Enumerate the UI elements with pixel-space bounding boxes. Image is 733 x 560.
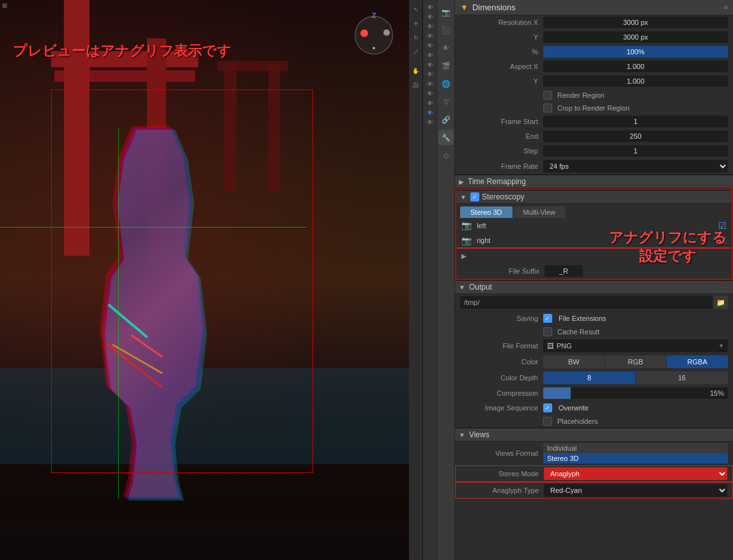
panel-menu-icon[interactable]: ≡ xyxy=(724,4,728,11)
stereo-label: Stereoscopy xyxy=(482,192,525,201)
aspect-y-value[interactable]: 1.000 xyxy=(543,75,728,87)
viewport-menu[interactable]: ⊞ xyxy=(2,2,7,9)
tool-camera[interactable]: 🎥 xyxy=(410,79,422,91)
overlay-btn-10[interactable]: 👁 xyxy=(427,90,433,97)
stereo-enabled-check[interactable]: ✓ xyxy=(470,192,479,201)
frame-end-value[interactable]: 250 xyxy=(543,130,728,142)
aspect-x-row: Aspect X 1.000 xyxy=(455,59,733,74)
output-path-row: /tmp/ 📁 xyxy=(455,294,733,311)
depth-8-btn[interactable]: 8 xyxy=(543,371,635,384)
properties-panel: 📷 ⬛ 👁 🎬 🌐 ▽ 🔗 🔧 ◇ ▼ Dimensions ≡ Resolut… xyxy=(437,0,733,560)
prop-icon-scene[interactable]: 🎬 xyxy=(438,58,454,74)
tool-cursor[interactable]: ↖ xyxy=(410,3,422,16)
overlay-btn-1[interactable]: 👁 xyxy=(427,4,433,11)
percent-label: % xyxy=(460,48,543,56)
torii-bg-left xyxy=(224,64,236,192)
property-icons: 📷 ⬛ 👁 🎬 🌐 ▽ 🔗 🔧 ◇ xyxy=(437,0,455,560)
color-rgb-btn[interactable]: RGB xyxy=(605,355,667,368)
prop-icon-output[interactable]: ⬛ xyxy=(438,22,454,38)
jp-preview-text: プレビューはアナグリフ表示です xyxy=(13,42,231,61)
overlay-btn-7[interactable]: 👁 xyxy=(427,61,433,68)
render-region-row: Render Region xyxy=(455,89,733,102)
resolution-y-row: Y 3000 px xyxy=(455,30,733,45)
overlay-btn-2[interactable]: 👁 xyxy=(427,13,433,20)
prop-icon-world[interactable]: 🌐 xyxy=(438,76,454,91)
time-remap-label: Time Remapping xyxy=(468,177,526,186)
viewport-gizmo[interactable]: Z ● xyxy=(355,16,393,54)
saving-options: ✓ File Extensions xyxy=(543,314,728,323)
file-suffix-input[interactable]: _R xyxy=(544,265,583,277)
render-region-check[interactable] xyxy=(543,91,552,100)
aspect-y-label: Y xyxy=(460,77,543,85)
tab-stereo3d[interactable]: Stereo 3D xyxy=(460,206,513,218)
views-section-header[interactable]: ▼ Views xyxy=(455,428,733,442)
overlay-btn-6[interactable]: 👁 xyxy=(427,52,433,59)
aspect-x-value[interactable]: 1.000 xyxy=(543,61,728,72)
overlay-btn-12[interactable]: 👁 xyxy=(427,119,433,126)
compression-bar[interactable]: 15% xyxy=(543,387,728,399)
file-ext-check[interactable]: ✓ xyxy=(543,314,552,323)
overlay-btn-4[interactable]: 👁 xyxy=(427,33,433,40)
torii-bg-beam xyxy=(217,61,288,71)
prop-icon-object[interactable]: ▽ xyxy=(438,94,454,109)
prop-icon-modifier[interactable]: 🔧 xyxy=(438,130,454,145)
jp-anaglyph-text: アナグリフにする 設定です xyxy=(609,229,727,265)
output-folder-btn[interactable]: 📁 xyxy=(714,296,728,309)
image-seq-label: Image Sequence xyxy=(460,404,543,412)
overlay-btn-9[interactable]: 👁 xyxy=(427,81,433,88)
prop-icon-render[interactable]: 📷 xyxy=(438,4,454,20)
time-remapping-header[interactable]: ▶ Time Remapping xyxy=(455,175,733,189)
render-region-label: Render Region xyxy=(557,91,605,99)
views-individual[interactable]: Individual xyxy=(543,443,728,453)
cache-label: Cache Result xyxy=(557,328,599,336)
frame-rate-dropdown[interactable]: 24 fps xyxy=(543,160,728,173)
color-rgba-btn[interactable]: RGBA xyxy=(667,355,728,368)
depth-16-btn[interactable]: 16 xyxy=(636,371,728,384)
tab-multiview[interactable]: Multi-View xyxy=(513,206,566,218)
views-stereo3d[interactable]: Stereo 3D xyxy=(543,453,728,463)
frame-start-value[interactable]: 1 xyxy=(543,116,728,127)
overlay-btn-active[interactable]: 👁 xyxy=(427,109,433,116)
prop-icon-view[interactable]: 👁 xyxy=(438,40,454,56)
percent-row: % 100% xyxy=(455,45,733,59)
placeholders-row: Placeholders xyxy=(455,415,733,428)
tool-move[interactable]: ✛ xyxy=(410,17,422,30)
output-section-header[interactable]: ▼ Output ⋯ xyxy=(455,280,733,294)
frame-step-value[interactable]: 1 xyxy=(543,145,728,157)
overlay-btn-11[interactable]: 👁 xyxy=(427,100,433,107)
color-buttons: BW RGB RGBA xyxy=(543,355,728,368)
color-bw-btn[interactable]: BW xyxy=(543,355,605,368)
tool-hand[interactable]: ✋ xyxy=(410,65,422,77)
percent-value[interactable]: 100% xyxy=(543,46,728,58)
crop-render-row: Crop to Render Region xyxy=(455,102,733,114)
output-path-input[interactable]: /tmp/ xyxy=(460,296,713,309)
tool-scale[interactable]: ⤢ xyxy=(410,45,422,58)
camera-right-icon: 📷 xyxy=(461,236,472,245)
resolution-y-value[interactable]: 3000 px xyxy=(543,31,728,43)
torii-left-pillar xyxy=(64,0,89,256)
prop-icon-constraint[interactable]: 🔗 xyxy=(438,112,454,127)
compression-value: 15% xyxy=(710,389,724,397)
output-menu-icon[interactable]: ⋯ xyxy=(723,284,729,291)
viewport: プレビューはアナグリフ表示です Z ● ⊞ xyxy=(0,0,409,560)
output-label: Output xyxy=(469,283,492,292)
overlay-btn-8[interactable]: 👁 xyxy=(427,71,433,78)
placeholders-label: Placeholders xyxy=(557,417,598,425)
panel-header: ▼ Dimensions ≡ xyxy=(455,0,733,15)
crosshair-horizontal xyxy=(0,227,307,228)
resolution-x-value[interactable]: 3000 px xyxy=(543,17,728,28)
crop-render-check[interactable] xyxy=(543,104,552,113)
add-row-arrow: ▶ xyxy=(461,253,467,260)
prop-icon-data[interactable]: ◇ xyxy=(438,148,454,163)
overlay-btn-5[interactable]: 👁 xyxy=(427,42,433,49)
overwrite-check[interactable]: ✓ xyxy=(543,403,552,412)
stereo-mode-dropdown[interactable]: Anaglyph xyxy=(544,467,727,480)
crop-render-label: Crop to Render Region xyxy=(557,104,629,112)
file-format-value[interactable]: 🖼 PNG ▼ xyxy=(543,339,728,352)
cache-check[interactable] xyxy=(543,327,552,336)
overlay-btn-3[interactable]: 👁 xyxy=(427,23,433,30)
placeholders-check[interactable] xyxy=(543,417,552,426)
tool-rotate[interactable]: ↻ xyxy=(410,31,422,44)
anaglyph-type-dropdown[interactable]: Red-Cyan xyxy=(544,484,727,497)
stereoscopy-header[interactable]: ▼ ✓ Stereoscopy ステレオ画像の指定 xyxy=(456,190,732,204)
